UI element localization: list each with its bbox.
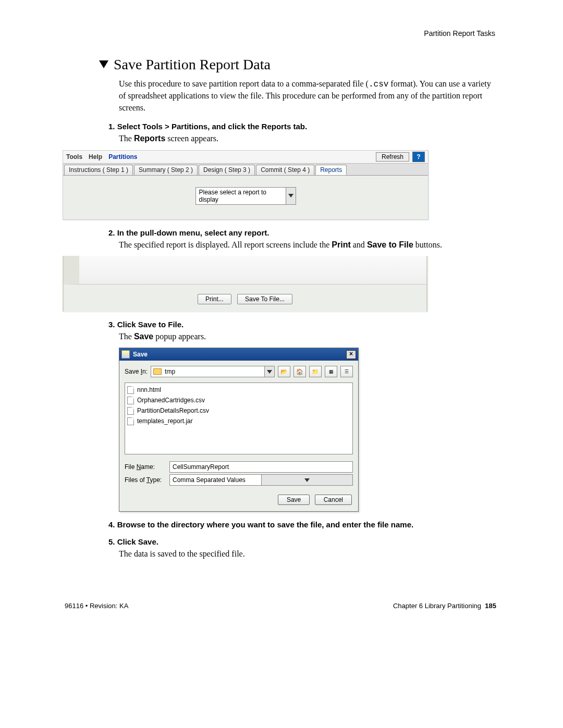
step-2: 2. In the pull-down menu, select any rep… [108,228,500,237]
save-in-combobox[interactable]: tmp [151,366,275,377]
report-select-dropdown[interactable]: Please select a report to display [195,187,296,205]
menu-partitions[interactable]: Partitions [108,153,137,161]
step-1: 1. Select Tools > Partitions, and click … [108,122,500,131]
save-button[interactable]: Save [278,495,310,505]
file-icon [127,417,134,425]
details-view-icon[interactable]: ☰ [340,366,353,377]
save-dialog-screenshot: Save × Save In: tmp 📂 🏠 📁 ▦ ☰ nnn.html O… [119,348,359,512]
save-in-label: Save In: [125,368,148,375]
filename-label: File Name: [125,463,165,471]
page-footer: 96116 • Revision: KA Chapter 6 Library P… [65,602,496,610]
help-icon[interactable]: ? [412,152,425,162]
step-1-body: The Reports screen appears. [119,133,495,144]
tab-summary[interactable]: Summary ( Step 2 ) [134,165,198,175]
menu-tools[interactable]: Tools [66,153,82,161]
file-icon [127,386,134,394]
file-list[interactable]: nnn.html OrphanedCartridges.csv Partitio… [125,382,353,454]
tab-design[interactable]: Design ( Step 3 ) [199,165,255,175]
step-3-body: The Save popup appears. [119,331,495,342]
close-icon[interactable]: × [346,350,356,359]
window-icon [121,350,130,359]
file-icon [127,397,134,404]
filetype-label: Files of Type: [125,476,165,484]
save-to-file-button[interactable]: Save To File... [237,294,292,304]
list-view-icon[interactable]: ▦ [325,366,337,377]
reports-screen-screenshot: Tools Help Partitions Refresh ? Instruct… [63,150,429,220]
new-folder-icon[interactable]: 📁 [309,366,322,377]
step-5: 5. Click Save. [108,537,500,546]
dialog-title: Save [133,351,148,358]
folder-icon [153,368,162,375]
filetype-combobox[interactable]: Comma Separated Values [169,474,353,486]
save-in-value: tmp [165,368,175,375]
menu-help[interactable]: Help [89,153,102,161]
list-item[interactable]: OrphanedCartridges.csv [127,395,350,405]
menubar: Tools Help Partitions Refresh ? [63,151,428,163]
list-item[interactable]: nnn.html [127,385,350,395]
step-4: 4. Browse to the directory where you wan… [108,520,500,529]
footer-right: Chapter 6 Library Partitioning 185 [393,602,496,610]
list-item[interactable]: templates_report.jar [127,416,350,426]
dropdown-text: Please select a report to display [196,188,286,204]
step-3: 3. Click Save to File. [108,320,500,329]
home-icon[interactable]: 🏠 [293,366,306,377]
chevron-down-icon[interactable] [264,366,274,377]
tab-instructions[interactable]: Instructions ( Step 1 ) [64,165,133,175]
filename-input[interactable]: CellSummaryReport [169,461,353,473]
triangle-down-icon [99,60,108,68]
print-button[interactable]: Print... [198,294,231,304]
tabbar: Instructions ( Step 1 ) Summary ( Step 2… [63,163,428,175]
cancel-button[interactable]: Cancel [315,495,352,505]
header-breadcrumb: Partition Report Tasks [424,29,495,38]
footer-left: 96116 • Revision: KA [65,602,393,610]
report-panel: Please select a report to display [63,175,428,219]
step-2-body: The specified report is displayed. All r… [119,239,495,251]
section-heading: Save Partition Report Data [99,56,500,73]
chevron-down-icon[interactable] [261,475,353,485]
file-icon [127,407,134,415]
refresh-button[interactable]: Refresh [376,152,409,162]
step-5-body: The data is saved to the specified file. [119,548,495,560]
section-title-text: Save Partition Report Data [114,56,271,72]
up-folder-icon[interactable]: 📂 [278,366,290,377]
list-item[interactable]: PartitionDetailsReport.csv [127,405,350,416]
intro-paragraph: Use this procedure to save partition rep… [119,78,495,114]
dialog-titlebar: Save × [119,348,358,361]
report-buttons-screenshot: Print... Save To File... [63,256,427,312]
tab-reports[interactable]: Reports [315,165,347,175]
tab-commit[interactable]: Commit ( Step 4 ) [256,165,314,175]
chevron-down-icon[interactable] [286,188,296,204]
